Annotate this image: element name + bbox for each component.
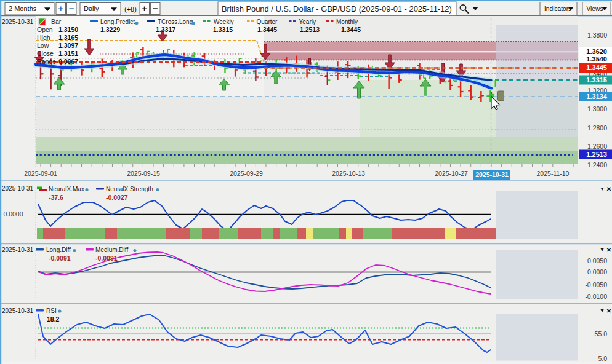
svg-text:1.3229: 1.3229 bbox=[100, 26, 120, 33]
svg-text:Views: Views bbox=[587, 6, 603, 12]
svg-text:High: High bbox=[37, 34, 50, 41]
svg-text:-0.0100: -0.0100 bbox=[585, 293, 607, 300]
svg-text:Bar: Bar bbox=[51, 18, 62, 25]
svg-text:1.3445: 1.3445 bbox=[341, 26, 361, 33]
svg-text:1.3317: 1.3317 bbox=[156, 26, 175, 33]
svg-text:Monthly: Monthly bbox=[336, 18, 358, 25]
svg-text:Long.Diff: Long.Diff bbox=[46, 247, 71, 253]
svg-text:Range: Range bbox=[37, 58, 56, 65]
svg-text:Daily: Daily bbox=[84, 5, 99, 12]
svg-text:0.0050: 0.0050 bbox=[587, 257, 607, 264]
svg-text:1.2400: 1.2400 bbox=[587, 161, 607, 168]
svg-text:Yearly: Yearly bbox=[299, 18, 316, 25]
svg-text:2025-10-31: 2025-10-31 bbox=[2, 18, 34, 25]
svg-text:2025-09-15: 2025-09-15 bbox=[127, 170, 160, 177]
svg-text:1.3315: 1.3315 bbox=[213, 26, 233, 33]
svg-text:18.2: 18.2 bbox=[47, 315, 60, 323]
svg-text:2025-10-31: 2025-10-31 bbox=[2, 307, 34, 314]
svg-text:−: − bbox=[69, 3, 74, 14]
svg-text:1.3800: 1.3800 bbox=[587, 31, 607, 39]
svg-text:✕: ✕ bbox=[606, 307, 611, 314]
svg-text:0.0000: 0.0000 bbox=[587, 268, 607, 275]
svg-text:1.3097: 1.3097 bbox=[58, 42, 78, 49]
svg-text:TCross.Long: TCross.Long bbox=[158, 18, 193, 25]
svg-text:2 Months: 2 Months bbox=[9, 5, 37, 12]
svg-text:2025-11-10: 2025-11-10 bbox=[537, 170, 570, 177]
svg-text:-0.0091: -0.0091 bbox=[49, 255, 71, 262]
svg-text:2025-09-29: 2025-09-29 bbox=[230, 170, 263, 177]
svg-text:0.0000: 0.0000 bbox=[3, 210, 23, 218]
svg-text:NeuralX.Strength: NeuralX.Strength bbox=[106, 186, 153, 192]
svg-text:British Pound / U.S. Dollar -: British Pound / U.S. Dollar - GBP/USD (2… bbox=[222, 4, 452, 14]
svg-text:1.3445: 1.3445 bbox=[257, 26, 277, 33]
svg-text:Quarter: Quarter bbox=[257, 18, 278, 25]
svg-text:5.0: 5.0 bbox=[598, 355, 607, 362]
svg-text:1.2513: 1.2513 bbox=[300, 26, 320, 33]
svg-text:+: + bbox=[58, 3, 63, 14]
svg-text:2025-09-01: 2025-09-01 bbox=[24, 170, 57, 177]
svg-text:✕: ✕ bbox=[606, 186, 611, 192]
svg-text:Medium.Diff: Medium.Diff bbox=[95, 247, 128, 253]
svg-text:NeuralX.Max: NeuralX.Max bbox=[49, 186, 84, 192]
svg-text:1.3445: 1.3445 bbox=[586, 64, 607, 71]
svg-text:0.0067: 0.0067 bbox=[58, 58, 78, 65]
svg-text:Indicators: Indicators bbox=[544, 6, 571, 12]
svg-text:1.3151: 1.3151 bbox=[58, 50, 78, 57]
svg-text:2025-10-13: 2025-10-13 bbox=[332, 170, 365, 177]
svg-text:Long.Predict: Long.Predict bbox=[100, 18, 135, 25]
svg-text:2025-10-31: 2025-10-31 bbox=[2, 185, 34, 192]
svg-text:-0.0091: -0.0091 bbox=[95, 255, 118, 262]
svg-text:▾: ▾ bbox=[600, 185, 603, 192]
svg-text:2025-10-31: 2025-10-31 bbox=[2, 247, 34, 253]
svg-text:RSI: RSI bbox=[46, 307, 57, 314]
svg-text:-37.6: -37.6 bbox=[49, 194, 63, 201]
svg-text:Low: Low bbox=[37, 42, 49, 49]
svg-text:▾: ▾ bbox=[600, 307, 603, 314]
svg-text:✕: ✕ bbox=[606, 247, 611, 253]
svg-text:−: − bbox=[153, 3, 158, 14]
svg-text:1.3540: 1.3540 bbox=[586, 55, 607, 63]
svg-text:1.2800: 1.2800 bbox=[587, 124, 607, 132]
svg-text:1.2513: 1.2513 bbox=[586, 151, 607, 158]
svg-text:Close: Close bbox=[37, 50, 54, 57]
svg-text:1.3150: 1.3150 bbox=[58, 26, 78, 33]
svg-text:1.3165: 1.3165 bbox=[58, 34, 78, 41]
svg-text:1.3620: 1.3620 bbox=[586, 48, 607, 55]
svg-text:▾: ▾ bbox=[600, 246, 603, 253]
svg-text:+: + bbox=[142, 3, 147, 14]
svg-text:1.3134: 1.3134 bbox=[586, 93, 608, 100]
svg-text:-0.0027: -0.0027 bbox=[106, 194, 128, 201]
svg-text:Open: Open bbox=[37, 26, 53, 33]
svg-text:1.3315: 1.3315 bbox=[586, 76, 607, 84]
svg-text:55.0: 55.0 bbox=[595, 330, 608, 338]
svg-text:1.2600: 1.2600 bbox=[587, 143, 607, 150]
svg-text:2025-10-27: 2025-10-27 bbox=[435, 170, 468, 177]
svg-text:1.3000: 1.3000 bbox=[587, 105, 607, 113]
svg-text:Weekly: Weekly bbox=[214, 18, 234, 25]
svg-text:-0.0050: -0.0050 bbox=[585, 281, 607, 288]
svg-text:(+8): (+8) bbox=[124, 6, 137, 13]
svg-text:2025-10-31: 2025-10-31 bbox=[475, 171, 509, 178]
